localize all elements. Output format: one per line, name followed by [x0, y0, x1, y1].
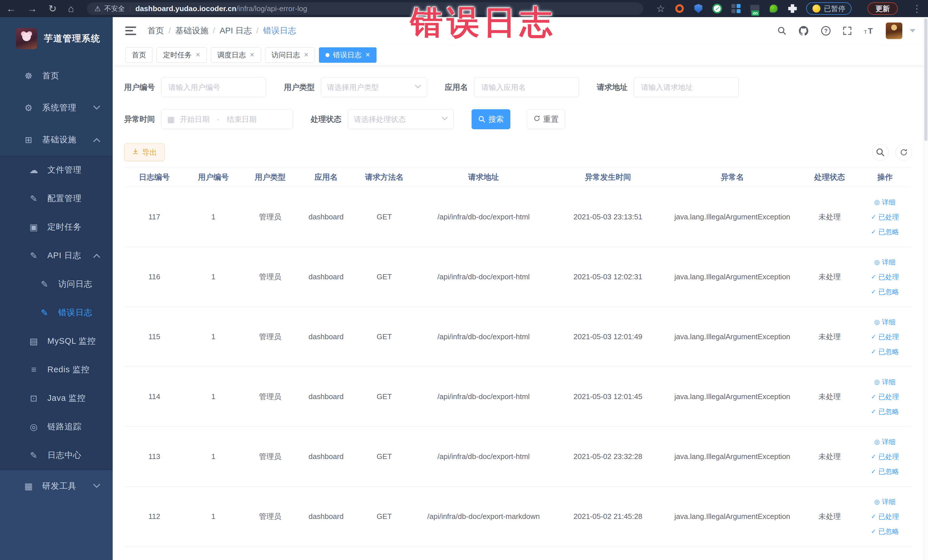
filter-input-应用名[interactable] [474, 77, 579, 97]
forward-icon[interactable]: → [27, 4, 37, 14]
eye-icon: ◎ [27, 422, 40, 432]
sidebar-item-文件管理[interactable]: ☁文件管理 [0, 156, 113, 184]
breadcrumb-item[interactable]: API 日志 [220, 25, 252, 37]
sidebar-item-研发工具[interactable]: ▦研发工具 [0, 470, 113, 502]
back-icon[interactable]: ← [6, 4, 16, 14]
cell-app: dashboard [298, 487, 354, 546]
extension-orange-icon[interactable] [675, 3, 685, 14]
bookmark-star-icon[interactable]: ☆ [656, 3, 666, 14]
tab-调度日志[interactable]: 调度日志× [211, 47, 261, 63]
action-已处理[interactable]: ✓已处理 [871, 333, 899, 342]
hamburger-icon[interactable] [125, 26, 136, 35]
check-icon: ✓ [871, 349, 876, 355]
window-scrollbar[interactable] [923, 17, 928, 560]
tab-label: 错误日志 [333, 50, 362, 60]
action-已忽略[interactable]: ✓已忽略 [871, 527, 899, 536]
action-详细[interactable]: ◎详细 [874, 437, 896, 447]
filter-input-请求地址[interactable] [634, 77, 739, 97]
sidebar-item-错误日志[interactable]: ✎错误日志 [0, 298, 113, 327]
sidebar-item-日志中心[interactable]: ✎日志中心 [0, 441, 113, 470]
home-icon[interactable]: ⌂ [68, 4, 74, 14]
cell-id: 113 [124, 427, 185, 487]
action-已忽略[interactable]: ✓已忽略 [871, 467, 899, 476]
font-size-icon[interactable]: TT [864, 25, 875, 36]
github-icon[interactable] [798, 25, 809, 37]
browser-menu-icon[interactable]: ⋮ [912, 3, 922, 14]
action-已忽略[interactable]: ✓已忽略 [871, 407, 899, 416]
action-stack: ◎详细✓已处理✓已忽略 [859, 317, 910, 356]
action-已处理[interactable]: ✓已处理 [871, 452, 899, 461]
action-详细[interactable]: ◎详细 [874, 377, 896, 386]
filter-select-用户类型[interactable]: 请选择用户类型 [321, 77, 427, 97]
action-已处理[interactable]: ✓已处理 [871, 512, 899, 521]
action-已处理[interactable]: ✓已处理 [871, 392, 899, 401]
cell-exception: java.lang.IllegalArgumentException [663, 427, 801, 487]
search-button[interactable]: 搜索 [472, 109, 510, 129]
fullscreen-icon[interactable] [843, 26, 852, 36]
close-icon[interactable]: × [250, 51, 255, 59]
export-button[interactable]: 导出 [124, 143, 165, 161]
sidebar-item-访问日志[interactable]: ✎访问日志 [0, 270, 113, 298]
address-bar[interactable]: ⚠ 不安全 dashboard.yudao.iocoder.cn /infra/… [87, 2, 643, 15]
sidebar-item-配置管理[interactable]: ✎配置管理 [0, 184, 113, 213]
table-row: 1161管理员dashboardGET/api/infra/db-doc/exp… [124, 247, 912, 307]
action-已忽略[interactable]: ✓已忽略 [871, 227, 899, 237]
tab-访问日志[interactable]: 访问日志× [265, 47, 315, 63]
action-已忽略[interactable]: ✓已忽略 [871, 287, 899, 296]
tab-定时任务[interactable]: 定时任务× [157, 47, 207, 63]
tab-首页[interactable]: 首页 [125, 47, 153, 63]
column-header-异常发生时间: 异常发生时间 [553, 167, 663, 187]
chevron-down-icon[interactable] [910, 29, 916, 32]
paused-badge[interactable]: 已暂停 [806, 2, 852, 15]
monitor-icon: ⊞ [22, 135, 35, 145]
sidebar-item-API 日志[interactable]: ✎API 日志 [0, 241, 113, 270]
action-详细[interactable]: ◎详细 [874, 497, 896, 507]
action-详细[interactable]: ◎详细 [874, 317, 896, 327]
action-已处理[interactable]: ✓已处理 [871, 272, 899, 282]
close-icon[interactable]: × [196, 51, 200, 59]
sidebar-item-label: 首页 [42, 70, 60, 82]
extensions-puzzle-icon[interactable] [788, 3, 798, 14]
reload-icon[interactable]: ↻ [49, 4, 57, 14]
sidebar-item-定时任务[interactable]: ▣定时任务 [0, 213, 113, 241]
refresh-button[interactable] [896, 144, 912, 160]
scrollbar-thumb[interactable] [924, 18, 927, 141]
filter-input-用户编号[interactable] [161, 77, 266, 97]
tab-错误日志[interactable]: 错误日志× [319, 47, 377, 63]
close-icon[interactable]: × [365, 51, 370, 59]
action-已忽略[interactable]: ✓已忽略 [871, 347, 899, 356]
filter-select-处理状态[interactable]: 请选择处理状态 [348, 109, 454, 129]
select-placeholder: 请选择用户类型 [327, 82, 415, 92]
action-详细[interactable]: ◎详细 [874, 198, 896, 207]
extension-grid-icon[interactable] [731, 3, 741, 14]
close-icon[interactable]: × [304, 51, 309, 59]
svg-text:?: ? [824, 27, 827, 34]
sidebar-item-首页[interactable]: ☸首页 [0, 60, 113, 92]
extension-sprout-icon[interactable] [769, 3, 779, 14]
tab-label: 访问日志 [272, 50, 300, 60]
search-toggle-button[interactable] [872, 144, 888, 160]
extension-on-badge-icon[interactable]: on [750, 3, 760, 14]
breadcrumb-item[interactable]: 首页 [148, 25, 164, 37]
action-已处理[interactable]: ✓已处理 [871, 212, 899, 222]
cell-user_type: 管理员 [242, 367, 298, 427]
sidebar-item-系统管理[interactable]: ⚙系统管理 [0, 92, 113, 124]
reset-button[interactable]: 重置 [527, 109, 565, 129]
search-icon[interactable] [777, 26, 786, 35]
sidebar-item-基础设施[interactable]: ⊞基础设施 [0, 124, 113, 156]
breadcrumb-item[interactable]: 基础设施 [176, 25, 209, 37]
avatar[interactable] [886, 23, 902, 39]
edit-icon: ✎ [27, 450, 40, 461]
extension-check-icon[interactable]: ✓ [712, 3, 722, 14]
extension-shield-icon[interactable] [693, 3, 704, 14]
sidebar-item-Redis 监控[interactable]: ≡Redis 监控 [0, 356, 113, 384]
filter-daterange[interactable]: ▦开始日期-结束日期 [161, 109, 293, 129]
sidebar-item-MySQL 监控[interactable]: ▤MySQL 监控 [0, 327, 113, 356]
cell-status: 未处理 [801, 187, 858, 247]
sidebar-item-链路追踪[interactable]: ◎链路追踪 [0, 412, 113, 441]
help-icon[interactable]: ? [821, 26, 831, 36]
action-详细[interactable]: ◎详细 [874, 258, 896, 267]
app-logo-row[interactable]: 芋道管理系统 [0, 17, 113, 60]
sidebar-item-Java 监控[interactable]: ⊡Java 监控 [0, 384, 113, 412]
update-button[interactable]: 更新 [867, 2, 898, 15]
